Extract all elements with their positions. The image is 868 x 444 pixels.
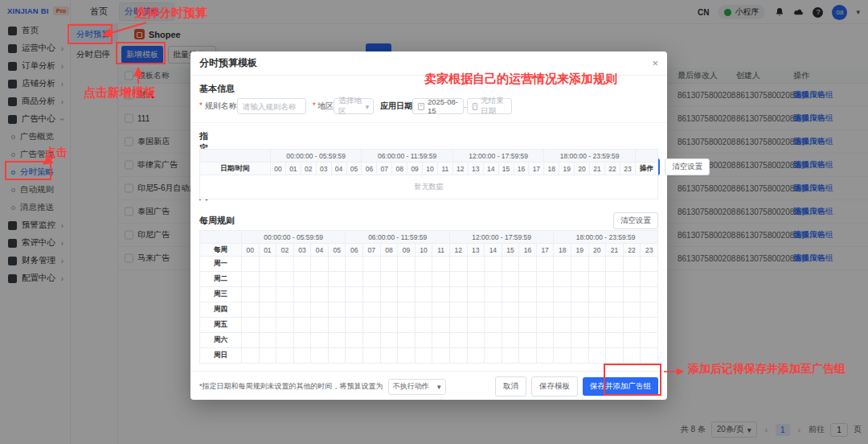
time-cell[interactable] <box>346 302 363 318</box>
time-cell[interactable] <box>467 257 485 272</box>
time-cell[interactable] <box>519 272 537 287</box>
time-cell[interactable] <box>398 287 416 302</box>
time-cell[interactable] <box>641 318 658 333</box>
time-cell[interactable] <box>502 302 519 318</box>
time-cell[interactable] <box>606 287 624 302</box>
time-cell[interactable] <box>606 333 624 348</box>
time-cell[interactable] <box>588 333 606 348</box>
time-cell[interactable] <box>449 272 467 287</box>
time-cell[interactable] <box>641 333 658 348</box>
time-cell[interactable] <box>380 302 398 318</box>
time-cell[interactable] <box>432 272 450 287</box>
time-cell[interactable] <box>536 257 554 272</box>
time-cell[interactable] <box>485 318 502 333</box>
time-cell[interactable] <box>588 318 606 333</box>
time-cell[interactable] <box>328 287 346 302</box>
time-cell[interactable] <box>536 333 554 348</box>
time-cell[interactable] <box>519 348 537 364</box>
time-cell[interactable] <box>449 318 467 333</box>
time-cell[interactable] <box>606 318 624 333</box>
time-cell[interactable] <box>554 257 571 272</box>
time-cell[interactable] <box>449 257 467 272</box>
time-cell[interactable] <box>380 287 398 302</box>
time-cell[interactable] <box>571 287 588 302</box>
time-cell[interactable] <box>242 348 260 364</box>
time-cell[interactable] <box>432 348 450 364</box>
time-cell[interactable] <box>415 302 432 318</box>
time-cell[interactable] <box>554 348 571 364</box>
time-cell[interactable] <box>502 257 519 272</box>
time-cell[interactable] <box>363 287 381 302</box>
time-cell[interactable] <box>276 287 294 302</box>
time-cell[interactable] <box>242 333 260 348</box>
time-cell[interactable] <box>571 302 588 318</box>
time-cell[interactable] <box>432 318 450 333</box>
time-cell[interactable] <box>432 287 450 302</box>
rule-name-input[interactable] <box>237 98 306 114</box>
time-cell[interactable] <box>623 287 641 302</box>
time-cell[interactable] <box>380 257 398 272</box>
time-cell[interactable] <box>259 333 276 348</box>
time-cell[interactable] <box>311 257 329 272</box>
time-cell[interactable] <box>242 318 260 333</box>
end-date-input[interactable]: 无结束日期 <box>467 98 512 114</box>
time-cell[interactable] <box>259 257 276 272</box>
time-cell[interactable] <box>641 302 658 318</box>
time-cell[interactable] <box>571 257 588 272</box>
time-cell[interactable] <box>502 348 519 364</box>
time-cell[interactable] <box>380 348 398 364</box>
time-cell[interactable] <box>276 257 294 272</box>
time-cell[interactable] <box>536 287 554 302</box>
time-cell[interactable] <box>363 333 381 348</box>
time-cell[interactable] <box>554 272 571 287</box>
time-cell[interactable] <box>485 257 502 272</box>
time-cell[interactable] <box>536 348 554 364</box>
time-cell[interactable] <box>259 348 276 364</box>
time-cell[interactable] <box>467 318 485 333</box>
time-cell[interactable] <box>415 272 432 287</box>
start-date-input[interactable]: 2025-08-15 <box>412 98 464 114</box>
time-cell[interactable] <box>398 333 416 348</box>
time-cell[interactable] <box>311 318 329 333</box>
time-cell[interactable] <box>623 302 641 318</box>
time-cell[interactable] <box>432 333 450 348</box>
time-cell[interactable] <box>519 287 537 302</box>
time-cell[interactable] <box>467 287 485 302</box>
time-cell[interactable] <box>328 318 346 333</box>
time-cell[interactable] <box>502 287 519 302</box>
time-cell[interactable] <box>346 348 363 364</box>
time-cell[interactable] <box>311 302 329 318</box>
time-cell[interactable] <box>623 333 641 348</box>
time-cell[interactable] <box>519 302 537 318</box>
time-cell[interactable] <box>588 302 606 318</box>
time-cell[interactable] <box>467 272 485 287</box>
save-and-add-adgroup-button[interactable]: 保存并添加广告组 <box>583 377 658 396</box>
time-cell[interactable] <box>293 272 311 287</box>
time-cell[interactable] <box>571 318 588 333</box>
time-cell[interactable] <box>328 257 346 272</box>
time-cell[interactable] <box>346 318 363 333</box>
default-action-select[interactable]: 不执行动作 ▾ <box>388 379 446 395</box>
time-cell[interactable] <box>467 302 485 318</box>
time-cell[interactable] <box>259 302 276 318</box>
time-cell[interactable] <box>398 348 416 364</box>
time-cell[interactable] <box>606 302 624 318</box>
time-cell[interactable] <box>449 287 467 302</box>
time-cell[interactable] <box>519 333 537 348</box>
time-cell[interactable] <box>311 348 329 364</box>
clear-weekly-rules-button[interactable]: 清空设置 <box>613 212 658 229</box>
time-cell[interactable] <box>588 348 606 364</box>
time-cell[interactable] <box>276 302 294 318</box>
time-cell[interactable] <box>432 257 450 272</box>
time-cell[interactable] <box>536 318 554 333</box>
time-cell[interactable] <box>641 272 658 287</box>
time-cell[interactable] <box>276 272 294 287</box>
time-cell[interactable] <box>380 318 398 333</box>
time-cell[interactable] <box>554 287 571 302</box>
time-cell[interactable] <box>449 302 467 318</box>
time-cell[interactable] <box>242 257 260 272</box>
time-cell[interactable] <box>328 302 346 318</box>
time-cell[interactable] <box>623 272 641 287</box>
time-cell[interactable] <box>328 272 346 287</box>
time-cell[interactable] <box>259 318 276 333</box>
